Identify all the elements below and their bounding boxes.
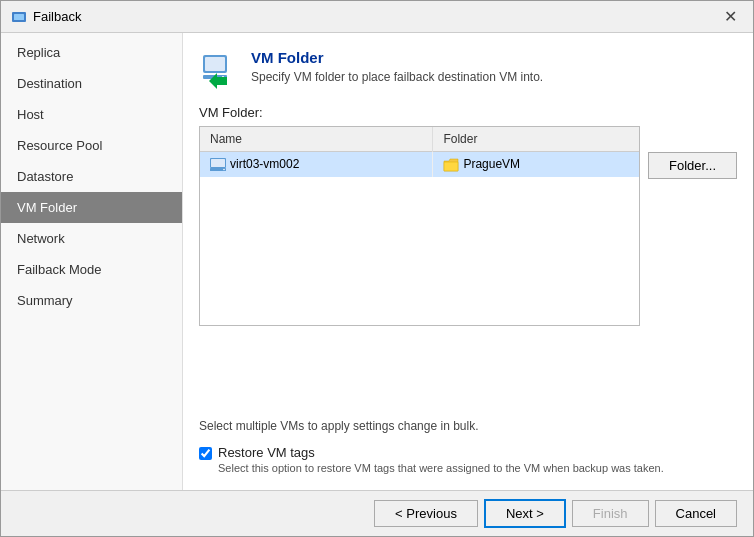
bulk-note: Select multiple VMs to apply settings ch… — [199, 419, 737, 433]
main-panel: VM Folder Specify VM folder to place fai… — [183, 33, 753, 490]
folder-button[interactable]: Folder... — [648, 152, 737, 179]
sidebar-item-vm-folder[interactable]: VM Folder — [1, 192, 182, 223]
panel-subtitle: Specify VM folder to place failback dest… — [251, 70, 543, 84]
svg-point-10 — [223, 169, 225, 171]
vm-folder-table: Name Folder virt03-vm002 PragueVM — [199, 126, 640, 326]
svg-rect-1 — [14, 14, 24, 20]
sidebar-item-resource-pool[interactable]: Resource Pool — [1, 130, 182, 161]
close-button[interactable]: ✕ — [718, 7, 743, 27]
content-area: ReplicaDestinationHostResource PoolDatas… — [1, 33, 753, 490]
restore-vm-tags-label[interactable]: Restore VM tags — [218, 445, 664, 460]
panel-header-text: VM Folder Specify VM folder to place fai… — [251, 49, 543, 84]
finish-button[interactable]: Finish — [572, 500, 649, 527]
folder-icon — [443, 158, 459, 172]
table-row[interactable]: virt03-vm002 PragueVM — [200, 152, 639, 177]
restore-vm-tags-checkbox[interactable] — [199, 447, 212, 460]
col-name: Name — [200, 127, 433, 152]
vm-folder-section-label: VM Folder: — [199, 105, 737, 120]
title-bar-left: Failback — [11, 9, 81, 25]
vm-icon — [210, 158, 226, 172]
panel-title: VM Folder — [251, 49, 543, 66]
window: Failback ✕ ReplicaDestinationHostResourc… — [0, 0, 754, 537]
vm-folder-icon — [199, 49, 239, 89]
previous-button[interactable]: < Previous — [374, 500, 478, 527]
sidebar-item-failback-mode[interactable]: Failback Mode — [1, 254, 182, 285]
sidebar-item-datastore[interactable]: Datastore — [1, 161, 182, 192]
title-bar: Failback ✕ — [1, 1, 753, 33]
cancel-button[interactable]: Cancel — [655, 500, 737, 527]
svg-rect-3 — [205, 57, 225, 71]
sidebar-item-host[interactable]: Host — [1, 99, 182, 130]
window-title: Failback — [33, 9, 81, 24]
sidebar-item-network[interactable]: Network — [1, 223, 182, 254]
svg-rect-8 — [211, 159, 225, 167]
window-icon — [11, 9, 27, 25]
restore-vm-tags-row: Restore VM tags Select this option to re… — [199, 445, 737, 474]
sidebar-item-replica[interactable]: Replica — [1, 37, 182, 68]
restore-vm-tags-desc: Select this option to restore VM tags th… — [218, 462, 664, 474]
sidebar-item-destination[interactable]: Destination — [1, 68, 182, 99]
button-bar: < Previous Next > Finish Cancel — [1, 490, 753, 536]
col-folder: Folder — [433, 127, 639, 152]
panel-icon — [199, 49, 239, 89]
vm-name-cell: virt03-vm002 — [200, 152, 433, 177]
sidebar: ReplicaDestinationHostResource PoolDatas… — [1, 33, 183, 490]
svg-rect-11 — [444, 162, 458, 171]
next-button[interactable]: Next > — [484, 499, 566, 528]
sidebar-item-summary[interactable]: Summary — [1, 285, 182, 316]
vm-folder-cell: PragueVM — [433, 152, 639, 177]
panel-header: VM Folder Specify VM folder to place fai… — [199, 49, 737, 89]
